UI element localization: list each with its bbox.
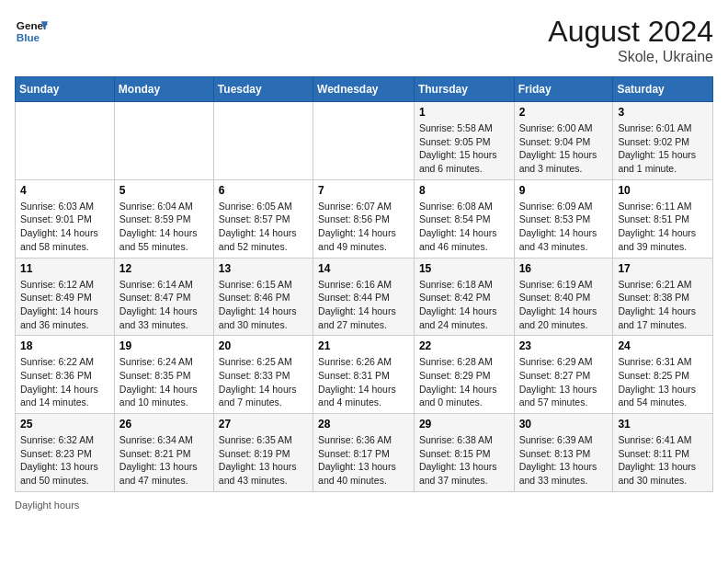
logo-icon: General Blue — [15, 15, 48, 48]
day-info: Sunrise: 6:11 AMSunset: 8:51 PMDaylight:… — [618, 200, 708, 254]
day-cell: 28Sunrise: 6:36 AMSunset: 8:17 PMDayligh… — [313, 414, 415, 492]
day-number: 29 — [419, 418, 509, 431]
week-row-4: 25Sunrise: 6:32 AMSunset: 8:23 PMDayligh… — [16, 414, 713, 492]
day-cell: 25Sunrise: 6:32 AMSunset: 8:23 PMDayligh… — [16, 414, 115, 492]
day-number: 28 — [318, 418, 409, 431]
day-cell: 30Sunrise: 6:39 AMSunset: 8:13 PMDayligh… — [514, 414, 613, 492]
day-number: 14 — [318, 262, 409, 275]
day-cell: 10Sunrise: 6:11 AMSunset: 8:51 PMDayligh… — [613, 179, 713, 258]
day-number: 24 — [618, 339, 708, 352]
page-header: General Blue August 2024 Skole, Ukraine — [15, 15, 713, 65]
header-cell-friday: Friday — [514, 77, 613, 102]
logo: General Blue — [15, 15, 48, 48]
calendar-body: 1Sunrise: 5:58 AMSunset: 9:05 PMDaylight… — [16, 102, 713, 492]
calendar-header: SundayMondayTuesdayWednesdayThursdayFrid… — [16, 77, 713, 102]
day-number: 2 — [519, 106, 609, 119]
day-cell — [213, 102, 313, 180]
day-cell: 9Sunrise: 6:09 AMSunset: 8:53 PMDaylight… — [514, 179, 613, 258]
week-row-0: 1Sunrise: 5:58 AMSunset: 9:05 PMDaylight… — [16, 102, 713, 180]
month-year: August 2024 — [548, 15, 713, 49]
day-number: 9 — [519, 184, 609, 197]
day-info: Sunrise: 6:14 AMSunset: 8:47 PMDaylight:… — [119, 278, 209, 332]
day-cell: 4Sunrise: 6:03 AMSunset: 9:01 PMDaylight… — [16, 179, 115, 258]
header-cell-thursday: Thursday — [414, 77, 514, 102]
day-cell: 27Sunrise: 6:35 AMSunset: 8:19 PMDayligh… — [213, 414, 313, 492]
day-cell — [114, 102, 213, 180]
day-number: 5 — [119, 184, 209, 197]
day-cell: 8Sunrise: 6:08 AMSunset: 8:54 PMDaylight… — [414, 179, 514, 258]
header-row: SundayMondayTuesdayWednesdayThursdayFrid… — [16, 77, 713, 102]
day-info: Sunrise: 6:36 AMSunset: 8:17 PMDaylight:… — [318, 433, 409, 488]
day-number: 17 — [618, 262, 708, 275]
week-row-3: 18Sunrise: 6:22 AMSunset: 8:36 PMDayligh… — [16, 336, 713, 414]
day-cell: 31Sunrise: 6:41 AMSunset: 8:11 PMDayligh… — [613, 414, 713, 492]
day-info: Sunrise: 6:05 AMSunset: 8:57 PMDaylight:… — [219, 200, 308, 254]
day-number: 18 — [20, 339, 109, 352]
day-number: 31 — [618, 418, 708, 431]
day-cell: 16Sunrise: 6:19 AMSunset: 8:40 PMDayligh… — [514, 258, 613, 336]
day-cell: 15Sunrise: 6:18 AMSunset: 8:42 PMDayligh… — [414, 258, 514, 336]
day-number: 26 — [119, 418, 209, 431]
calendar-table: SundayMondayTuesdayWednesdayThursdayFrid… — [15, 76, 713, 492]
day-number: 23 — [519, 339, 609, 352]
day-info: Sunrise: 6:07 AMSunset: 8:56 PMDaylight:… — [318, 200, 409, 254]
day-info: Sunrise: 6:16 AMSunset: 8:44 PMDaylight:… — [318, 278, 409, 332]
day-info: Sunrise: 6:31 AMSunset: 8:25 PMDaylight:… — [618, 355, 708, 409]
day-number: 4 — [20, 184, 109, 197]
day-number: 8 — [419, 184, 509, 197]
header-cell-saturday: Saturday — [613, 77, 713, 102]
day-number: 15 — [419, 262, 509, 275]
day-number: 10 — [618, 184, 708, 197]
day-info: Sunrise: 6:21 AMSunset: 8:38 PMDaylight:… — [618, 278, 708, 332]
day-info: Sunrise: 6:29 AMSunset: 8:27 PMDaylight:… — [519, 355, 609, 409]
day-number: 12 — [119, 262, 209, 275]
day-info: Sunrise: 6:09 AMSunset: 8:53 PMDaylight:… — [519, 200, 609, 254]
day-info: Sunrise: 6:22 AMSunset: 8:36 PMDaylight:… — [20, 355, 109, 409]
day-number: 20 — [219, 339, 308, 352]
day-cell: 19Sunrise: 6:24 AMSunset: 8:35 PMDayligh… — [114, 336, 213, 414]
day-info: Sunrise: 6:41 AMSunset: 8:11 PMDaylight:… — [618, 433, 708, 488]
day-info: Sunrise: 6:38 AMSunset: 8:15 PMDaylight:… — [419, 433, 509, 488]
header-cell-sunday: Sunday — [16, 77, 115, 102]
day-info: Sunrise: 6:15 AMSunset: 8:46 PMDaylight:… — [219, 278, 308, 332]
day-number: 19 — [119, 339, 209, 352]
day-info: Sunrise: 6:00 AMSunset: 9:04 PMDaylight:… — [519, 121, 609, 176]
day-cell — [16, 102, 115, 180]
day-info: Sunrise: 6:01 AMSunset: 9:02 PMDaylight:… — [618, 121, 708, 176]
day-cell: 3Sunrise: 6:01 AMSunset: 9:02 PMDaylight… — [613, 102, 713, 180]
header-cell-tuesday: Tuesday — [213, 77, 313, 102]
day-cell: 23Sunrise: 6:29 AMSunset: 8:27 PMDayligh… — [514, 336, 613, 414]
day-cell: 5Sunrise: 6:04 AMSunset: 8:59 PMDaylight… — [114, 179, 213, 258]
day-info: Sunrise: 6:24 AMSunset: 8:35 PMDaylight:… — [119, 355, 209, 409]
day-cell: 7Sunrise: 6:07 AMSunset: 8:56 PMDaylight… — [313, 179, 415, 258]
week-row-2: 11Sunrise: 6:12 AMSunset: 8:49 PMDayligh… — [16, 258, 713, 336]
day-info: Sunrise: 6:12 AMSunset: 8:49 PMDaylight:… — [20, 278, 109, 332]
day-number: 30 — [519, 418, 609, 431]
day-info: Sunrise: 6:35 AMSunset: 8:19 PMDaylight:… — [219, 433, 308, 488]
day-cell: 29Sunrise: 6:38 AMSunset: 8:15 PMDayligh… — [414, 414, 514, 492]
day-cell: 13Sunrise: 6:15 AMSunset: 8:46 PMDayligh… — [213, 258, 313, 336]
day-number: 7 — [318, 184, 409, 197]
day-info: Sunrise: 6:25 AMSunset: 8:33 PMDaylight:… — [219, 355, 308, 409]
day-cell: 21Sunrise: 6:26 AMSunset: 8:31 PMDayligh… — [313, 336, 415, 414]
day-info: Sunrise: 6:26 AMSunset: 8:31 PMDaylight:… — [318, 355, 409, 409]
header-cell-monday: Monday — [114, 77, 213, 102]
day-info: Sunrise: 6:18 AMSunset: 8:42 PMDaylight:… — [419, 278, 509, 332]
day-info: Sunrise: 6:39 AMSunset: 8:13 PMDaylight:… — [519, 433, 609, 488]
daylight-label: Daylight hours — [15, 500, 79, 511]
day-cell: 26Sunrise: 6:34 AMSunset: 8:21 PMDayligh… — [114, 414, 213, 492]
location: Skole, Ukraine — [548, 49, 713, 65]
day-cell: 24Sunrise: 6:31 AMSunset: 8:25 PMDayligh… — [613, 336, 713, 414]
day-info: Sunrise: 6:19 AMSunset: 8:40 PMDaylight:… — [519, 278, 609, 332]
day-cell: 1Sunrise: 5:58 AMSunset: 9:05 PMDaylight… — [414, 102, 514, 180]
svg-text:Blue: Blue — [17, 31, 40, 43]
day-cell: 22Sunrise: 6:28 AMSunset: 8:29 PMDayligh… — [414, 336, 514, 414]
day-cell: 6Sunrise: 6:05 AMSunset: 8:57 PMDaylight… — [213, 179, 313, 258]
day-number: 25 — [20, 418, 109, 431]
day-cell: 20Sunrise: 6:25 AMSunset: 8:33 PMDayligh… — [213, 336, 313, 414]
day-number: 1 — [419, 106, 509, 119]
day-cell: 12Sunrise: 6:14 AMSunset: 8:47 PMDayligh… — [114, 258, 213, 336]
day-cell: 17Sunrise: 6:21 AMSunset: 8:38 PMDayligh… — [613, 258, 713, 336]
day-info: Sunrise: 6:34 AMSunset: 8:21 PMDaylight:… — [119, 433, 209, 488]
day-info: Sunrise: 5:58 AMSunset: 9:05 PMDaylight:… — [419, 121, 509, 176]
